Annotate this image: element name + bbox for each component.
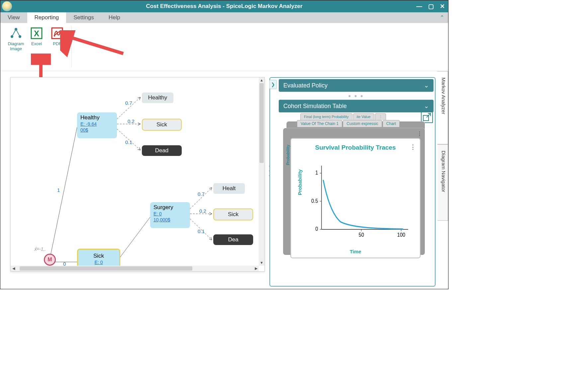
close-button[interactable]: ✕ [439,3,446,10]
survival-chart-card[interactable]: Survival Probability Traces ⋮ Probabilit… [291,138,420,258]
svg-text:X: X [34,29,39,38]
accordion-label: Evaluated Policy [283,82,328,89]
chart-plot-area: 1 0.5 0 50 100 [308,162,412,244]
evaluated-policy-header[interactable]: Evaluated Policy ⌄ [279,79,434,92]
excel-icon: X [30,26,44,40]
edge-probability: 0.1 [125,139,132,145]
card-tab[interactable]: ite Value [353,113,374,120]
svg-text:1: 1 [315,170,318,176]
vertical-scrollbar[interactable]: ▲▼ [259,77,264,266]
svg-line-3 [12,29,16,37]
ribbon: Diagram Image X Excel PDF [0,23,448,71]
node-sick-child[interactable]: Sick [142,119,182,131]
diagram-canvas-panel: Healthy E: -9.64 00$ 0.7 Healthy 0.2 Sic… [0,71,268,289]
svg-line-4 [16,29,20,37]
tab-diagram-navigator[interactable]: Diagram Navigator [438,144,448,221]
node-label: Surgery [153,204,187,211]
app-orb-icon[interactable] [2,1,12,11]
pdf-button[interactable]: PDF [47,26,67,47]
node-value: E: 0 10,000$ [153,211,187,223]
diagram-canvas[interactable]: Healthy E: -9.64 00$ 0.7 Healthy 0.2 Sic… [11,77,264,271]
svg-text:100: 100 [397,232,405,238]
kebab-icon[interactable]: ⋮ [417,131,422,137]
card-tab[interactable]: Value Of The Chain 1 [297,120,342,127]
node-value: E: -9.64 00$ [80,121,114,133]
chevron-down-icon: ⌄ [424,82,429,89]
edge-probability: 0.2 [199,208,206,214]
markov-root-node[interactable]: M [44,254,56,266]
kebab-icon[interactable]: ⋮ [410,143,416,151]
node-label: Sick [81,253,116,259]
pdf-icon [50,26,64,40]
edge-probability: 1 [57,187,60,193]
card-tab[interactable]: ⋮ [375,113,386,120]
pdf-label: PDF [53,42,61,47]
svg-line-16 [50,127,77,259]
edge-probability: 0.7 [198,191,205,197]
diagram-image-label: Diagram Image [8,42,24,52]
node-annotation: x̄=-1,. [34,246,46,252]
ribbon-collapse-icon[interactable]: ⌃ [440,14,444,21]
side-panel: ••• ❯ Evaluated Policy ⌄ ● ● ● Cohort Si… [268,71,438,289]
menu-help[interactable]: Help [101,12,128,23]
window-title: Cost Effectiveness Analysis - SpiceLogic… [0,3,448,10]
vertical-tab-strip: Markov Analyzer Diagram Navigator [438,71,448,289]
maximize-button[interactable]: ▢ [427,3,435,10]
svg-line-18 [120,217,150,257]
node-healthy[interactable]: Healthy E: -9.64 00$ [77,112,117,138]
edge-probability: 0.2 [128,118,135,124]
axis-label: Probability [286,145,290,165]
node-dead-child[interactable]: Dea [213,234,253,245]
excel-label: Excel [31,42,42,47]
chart-title: Survival Probability Traces [291,139,420,151]
svg-text:0: 0 [315,226,318,232]
chart-xlabel: Time [291,249,420,254]
drag-dots-icon[interactable]: ● ● ● [279,93,434,98]
cohort-table-header[interactable]: Cohort Simulation Table ⌄ [279,100,434,112]
chart-ylabel: Probability [297,169,303,195]
node-value: E: 0 [81,259,116,265]
card-tab[interactable]: Chart [383,120,400,127]
menu-view[interactable]: View [0,12,27,23]
edge-probability: 0.7 [125,100,132,106]
node-healthy-child[interactable]: Healt [213,183,245,194]
menu-reporting[interactable]: Reporting [27,12,66,23]
diagram-image-button[interactable]: Diagram Image [6,26,26,52]
diagram-image-icon [9,26,23,40]
node-sick-child[interactable]: Sick [213,208,253,220]
expand-chevron-icon[interactable]: ❯ [269,80,277,89]
card-tab[interactable]: Custom expressic [343,120,382,127]
horizontal-scrollbar[interactable]: ◀▶ [11,266,259,271]
svg-text:0.5: 0.5 [311,198,318,204]
card-tab[interactable]: Final (long term) Probability [300,113,352,120]
popout-button[interactable] [421,111,433,123]
node-surgery[interactable]: Surgery E: 0 10,000$ [150,202,190,228]
excel-button[interactable]: X Excel [26,26,47,47]
accordion-label: Cohort Simulation Table [283,103,347,110]
node-healthy-child[interactable]: Healthy [142,92,173,103]
title-bar: Cost Effectiveness Analysis - SpiceLogic… [0,0,448,12]
menu-bar: View Reporting Settings Help ⌃ [0,12,448,23]
chevron-down-icon: ⌄ [424,102,429,110]
node-label: Healthy [80,114,114,121]
edge-probability: 0.1 [198,228,205,234]
menu-settings[interactable]: Settings [66,12,101,23]
tab-markov-analyzer[interactable]: Markov Analyzer [437,71,448,144]
svg-text:50: 50 [359,232,364,238]
minimize-button[interactable]: — [415,3,424,10]
chart-card-stack: Final (long term) Probability ite Value … [283,122,434,265]
node-dead-child[interactable]: Dead [142,145,182,156]
